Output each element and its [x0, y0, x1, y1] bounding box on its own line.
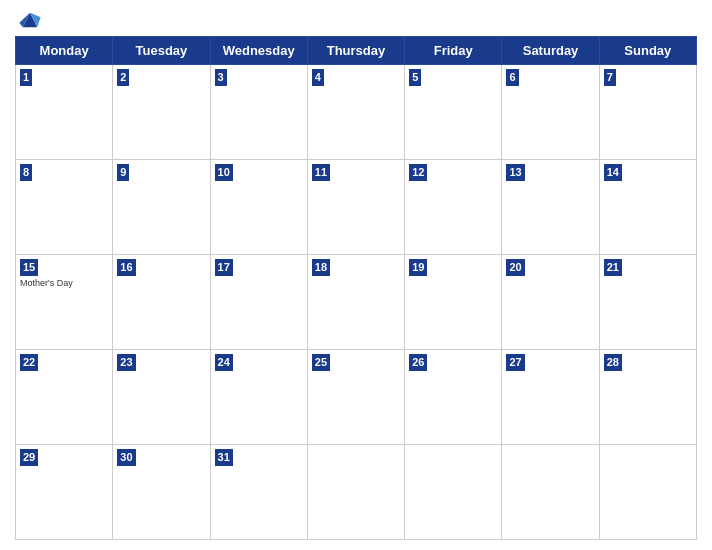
calendar-cell: 28 [599, 350, 696, 445]
calendar-cell [599, 445, 696, 540]
calendar-cell: 11 [307, 160, 404, 255]
calendar-cell: 13 [502, 160, 599, 255]
weekday-header-tuesday: Tuesday [113, 37, 210, 65]
weekday-header-sunday: Sunday [599, 37, 696, 65]
calendar-week-1: 1234567 [16, 65, 697, 160]
logo [15, 10, 49, 30]
day-number: 16 [117, 259, 135, 276]
day-number: 7 [604, 69, 616, 86]
calendar-cell: 6 [502, 65, 599, 160]
day-number: 17 [215, 259, 233, 276]
calendar-cell: 9 [113, 160, 210, 255]
calendar-cell: 29 [16, 445, 113, 540]
calendar-cell: 19 [405, 255, 502, 350]
weekday-header-friday: Friday [405, 37, 502, 65]
calendar-cell: 22 [16, 350, 113, 445]
day-number: 3 [215, 69, 227, 86]
calendar-week-4: 22232425262728 [16, 350, 697, 445]
day-number: 6 [506, 69, 518, 86]
calendar-cell: 3 [210, 65, 307, 160]
day-number: 21 [604, 259, 622, 276]
day-number: 18 [312, 259, 330, 276]
calendar-cell [502, 445, 599, 540]
calendar-week-2: 891011121314 [16, 160, 697, 255]
day-number: 31 [215, 449, 233, 466]
day-number: 23 [117, 354, 135, 371]
page-header [15, 10, 697, 30]
calendar-cell: 31 [210, 445, 307, 540]
day-number: 24 [215, 354, 233, 371]
day-number: 19 [409, 259, 427, 276]
calendar-cell: 21 [599, 255, 696, 350]
day-number: 1 [20, 69, 32, 86]
weekday-header-saturday: Saturday [502, 37, 599, 65]
calendar-cell: 18 [307, 255, 404, 350]
calendar-week-5: 293031 [16, 445, 697, 540]
calendar-table: MondayTuesdayWednesdayThursdayFridaySatu… [15, 36, 697, 540]
calendar-cell: 1 [16, 65, 113, 160]
weekday-header-wednesday: Wednesday [210, 37, 307, 65]
weekday-header-row: MondayTuesdayWednesdayThursdayFridaySatu… [16, 37, 697, 65]
calendar-cell: 4 [307, 65, 404, 160]
calendar-cell: 23 [113, 350, 210, 445]
weekday-header-thursday: Thursday [307, 37, 404, 65]
day-number: 11 [312, 164, 330, 181]
day-number: 5 [409, 69, 421, 86]
day-number: 26 [409, 354, 427, 371]
calendar-cell: 12 [405, 160, 502, 255]
day-number: 29 [20, 449, 38, 466]
day-number: 30 [117, 449, 135, 466]
day-number: 20 [506, 259, 524, 276]
calendar-cell: 25 [307, 350, 404, 445]
logo-icon [15, 10, 45, 30]
calendar-cell [405, 445, 502, 540]
calendar-cell: 8 [16, 160, 113, 255]
day-number: 25 [312, 354, 330, 371]
calendar-cell: 27 [502, 350, 599, 445]
calendar-cell: 24 [210, 350, 307, 445]
day-number: 28 [604, 354, 622, 371]
calendar-cell: 5 [405, 65, 502, 160]
day-number: 27 [506, 354, 524, 371]
day-number: 12 [409, 164, 427, 181]
calendar-cell: 15Mother's Day [16, 255, 113, 350]
day-number: 15 [20, 259, 38, 276]
day-number: 9 [117, 164, 129, 181]
calendar-cell: 17 [210, 255, 307, 350]
calendar-cell: 20 [502, 255, 599, 350]
calendar-cell: 7 [599, 65, 696, 160]
calendar-week-3: 15Mother's Day161718192021 [16, 255, 697, 350]
day-number: 22 [20, 354, 38, 371]
day-number: 14 [604, 164, 622, 181]
calendar-cell: 14 [599, 160, 696, 255]
day-number: 10 [215, 164, 233, 181]
day-number: 2 [117, 69, 129, 86]
day-number: 4 [312, 69, 324, 86]
weekday-header-monday: Monday [16, 37, 113, 65]
calendar-cell: 10 [210, 160, 307, 255]
calendar-cell: 16 [113, 255, 210, 350]
calendar-cell [307, 445, 404, 540]
day-number: 13 [506, 164, 524, 181]
calendar-cell: 30 [113, 445, 210, 540]
day-number: 8 [20, 164, 32, 181]
day-event: Mother's Day [20, 278, 108, 290]
calendar-cell: 2 [113, 65, 210, 160]
calendar-cell: 26 [405, 350, 502, 445]
